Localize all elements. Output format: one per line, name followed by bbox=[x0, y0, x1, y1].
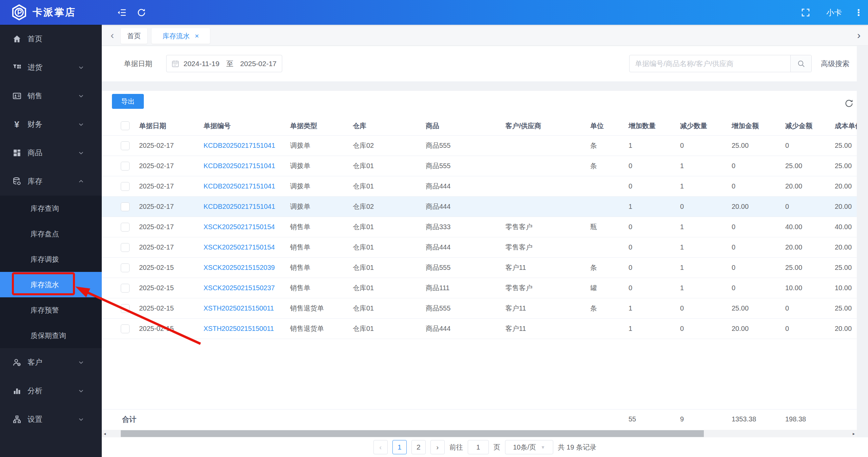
collapse-menu-icon[interactable] bbox=[117, 8, 127, 17]
sidebar-item-customer[interactable]: 客户 bbox=[0, 348, 102, 377]
sidebar-item-home[interactable]: 首页 bbox=[0, 25, 102, 53]
date-range-input[interactable]: 2024-11-19 至 2025-02-17 bbox=[166, 55, 282, 72]
submenu-item-stock-query[interactable]: 库存查询 bbox=[0, 196, 102, 221]
cell-product: 商品444 bbox=[422, 324, 502, 333]
close-icon[interactable]: × bbox=[195, 32, 199, 40]
search-icon bbox=[797, 60, 805, 68]
sidebar-item-purchase[interactable]: 进货 bbox=[0, 53, 102, 82]
page-button-1[interactable]: 1 bbox=[392, 440, 407, 454]
cell-cost-price: 25.00 bbox=[831, 162, 857, 170]
page-size-select[interactable]: 10条/页 ▼ bbox=[505, 440, 553, 454]
submenu-item-stock-alert[interactable]: 库存预警 bbox=[0, 297, 102, 323]
column-header-unit: 单位 bbox=[583, 121, 625, 131]
scrollbar-thumb[interactable] bbox=[121, 430, 704, 437]
row-checkbox[interactable] bbox=[121, 223, 130, 232]
cell-dec-amt: 40.00 bbox=[782, 223, 831, 231]
inventory-icon bbox=[12, 177, 21, 186]
horizontal-scrollbar[interactable]: ◄ ► bbox=[102, 430, 857, 437]
tabs-scroll-right-icon[interactable]: › bbox=[854, 31, 863, 40]
row-checkbox[interactable] bbox=[121, 324, 130, 333]
row-checkbox[interactable] bbox=[121, 202, 130, 211]
scrollbar-track[interactable] bbox=[108, 430, 851, 437]
cell-dec-qty: 1 bbox=[677, 182, 728, 190]
cell-cost-price: 40.00 bbox=[831, 223, 857, 231]
column-header-dec-qty: 减少数量 bbox=[677, 121, 728, 131]
sidebar-item-label: 财务 bbox=[27, 119, 42, 130]
sidebar-item-analysis[interactable]: 分析 bbox=[0, 377, 102, 405]
prev-page-button[interactable]: ‹ bbox=[373, 440, 388, 454]
submenu-item-stock-transfer[interactable]: 库存调拨 bbox=[0, 246, 102, 272]
advanced-search-link[interactable]: 高级搜索 bbox=[821, 46, 849, 81]
chevron-down-icon: ▼ bbox=[541, 445, 545, 450]
cell-code[interactable]: XSTH20250215150011 bbox=[200, 325, 287, 333]
sidebar-item-sales[interactable]: 销售 bbox=[0, 82, 102, 110]
row-checkbox[interactable] bbox=[121, 243, 130, 252]
submenu-item-shelf-life-query[interactable]: 质保期查询 bbox=[0, 323, 102, 348]
cell-code[interactable]: XSCK20250215150237 bbox=[200, 284, 287, 292]
cell-code[interactable]: XSCK20250217150154 bbox=[200, 223, 287, 231]
sidebar-item-product[interactable]: 商品 bbox=[0, 139, 102, 167]
tab-home[interactable]: 首页 bbox=[121, 28, 147, 44]
cell-type: 销售退货单 bbox=[287, 304, 349, 313]
row-checkbox[interactable] bbox=[121, 141, 130, 150]
row-checkbox[interactable] bbox=[121, 304, 130, 313]
app-logo-icon bbox=[11, 4, 27, 20]
search-input[interactable] bbox=[630, 55, 790, 72]
analysis-icon bbox=[12, 386, 21, 396]
search-button[interactable] bbox=[790, 55, 811, 72]
scroll-right-icon[interactable]: ► bbox=[851, 432, 857, 436]
submenu-item-stock-flow[interactable]: 库存流水 bbox=[0, 272, 102, 297]
submenu-item-stock-count[interactable]: 库存盘点 bbox=[0, 221, 102, 246]
cell-inc-qty: 0 bbox=[625, 182, 677, 190]
sidebar-item-inventory[interactable]: 库存 bbox=[0, 167, 102, 196]
cell-date: 2025-02-15 bbox=[131, 284, 200, 292]
cell-product: 商品444 bbox=[422, 202, 502, 211]
cell-product: 商品555 bbox=[422, 263, 502, 272]
cell-code[interactable]: KCDB20250217151041 bbox=[200, 203, 287, 211]
sidebar-item-settings[interactable]: 设置 bbox=[0, 405, 102, 434]
cell-dec-qty: 1 bbox=[677, 284, 728, 292]
goto-label: 前往 bbox=[449, 443, 463, 452]
cell-code[interactable]: XSCK20250215152039 bbox=[200, 264, 287, 272]
next-page-button[interactable]: › bbox=[430, 440, 445, 454]
row-checkbox[interactable] bbox=[121, 263, 130, 272]
table-refresh-icon[interactable] bbox=[844, 98, 854, 108]
goto-page-input[interactable] bbox=[468, 440, 489, 454]
cell-code[interactable]: KCDB20250217151041 bbox=[200, 142, 287, 150]
cell-dec-qty: 0 bbox=[677, 304, 728, 312]
page-button-2[interactable]: 2 bbox=[411, 440, 426, 454]
cell-warehouse: 仓库01 bbox=[349, 324, 422, 333]
row-checkbox[interactable] bbox=[121, 182, 130, 191]
cell-code[interactable]: XSTH20250215150011 bbox=[200, 304, 287, 312]
cell-date: 2025-02-15 bbox=[131, 325, 200, 333]
cell-code[interactable]: KCDB20250217151041 bbox=[200, 162, 287, 170]
scroll-left-icon[interactable]: ◄ bbox=[102, 432, 108, 436]
tabs-scroll-left-icon[interactable]: ‹ bbox=[108, 31, 117, 40]
date-filter-label: 单据日期 bbox=[124, 46, 152, 81]
product-icon bbox=[12, 148, 21, 158]
fullscreen-icon[interactable] bbox=[801, 8, 810, 17]
date-end: 2025-02-17 bbox=[240, 60, 276, 68]
cell-cost-price: 20.00 bbox=[831, 182, 857, 190]
row-checkbox[interactable] bbox=[121, 162, 130, 171]
sidebar-item-finance[interactable]: ¥ 财务 bbox=[0, 110, 102, 139]
export-button[interactable]: 导出 bbox=[112, 94, 144, 109]
cell-code[interactable]: XSCK20250217150154 bbox=[200, 243, 287, 251]
row-checkbox[interactable] bbox=[121, 284, 130, 293]
total-records-label: 共 19 条记录 bbox=[558, 443, 596, 452]
tab-stock-flow[interactable]: 库存流水 × bbox=[152, 28, 210, 44]
cell-code[interactable]: KCDB20250217151041 bbox=[200, 182, 287, 190]
refresh-icon[interactable] bbox=[137, 8, 146, 17]
cell-dec-amt: 25.00 bbox=[782, 264, 831, 272]
more-menu-icon[interactable]: ⋮ bbox=[853, 7, 864, 18]
cell-inc-qty: 0 bbox=[625, 264, 677, 272]
tab-label: 库存流水 bbox=[162, 32, 190, 41]
cell-inc-amt: 0 bbox=[728, 162, 782, 170]
username[interactable]: 小卡 bbox=[826, 7, 842, 18]
cell-inc-qty: 1 bbox=[625, 304, 677, 312]
cell-inc-qty: 0 bbox=[625, 243, 677, 251]
cell-dec-qty: 1 bbox=[677, 223, 728, 231]
cell-type: 销售单 bbox=[287, 243, 349, 252]
sidebar-item-label: 进货 bbox=[27, 62, 42, 73]
select-all-checkbox[interactable] bbox=[121, 121, 130, 130]
